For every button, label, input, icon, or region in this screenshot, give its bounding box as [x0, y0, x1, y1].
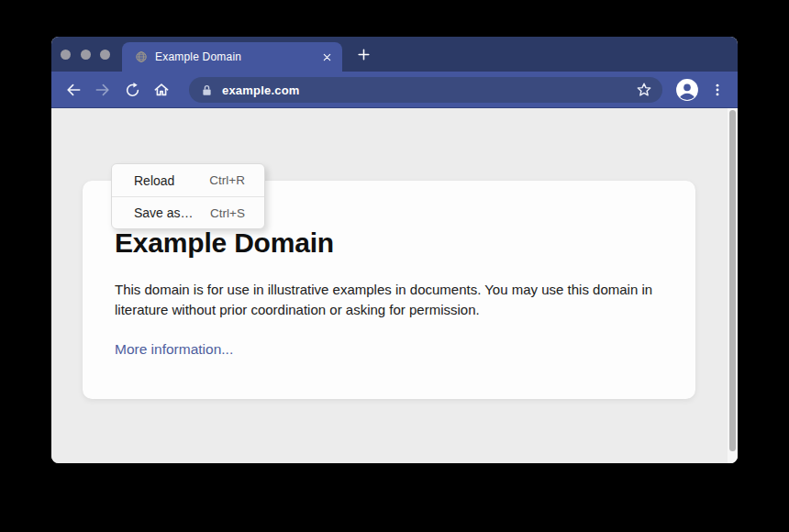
reload-button[interactable]	[121, 79, 143, 101]
browser-tab[interactable]: Example Domain	[122, 42, 342, 72]
reload-icon	[124, 82, 141, 99]
back-button[interactable]	[62, 79, 84, 101]
home-icon	[152, 81, 171, 99]
forward-button[interactable]	[92, 79, 114, 101]
page-body-text: This domain is for use in illustrative e…	[115, 280, 658, 320]
context-menu-item-save-as[interactable]: Save as… Ctrl+S	[112, 196, 264, 228]
bookmark-star-button[interactable]	[634, 80, 654, 100]
overflow-menu-button[interactable]	[708, 79, 727, 101]
context-menu-item-reload[interactable]: Reload Ctrl+R	[112, 164, 264, 196]
menu-item-shortcut: Ctrl+R	[209, 173, 245, 187]
menu-item-label: Save as…	[134, 205, 194, 220]
tab-title: Example Domain	[155, 50, 313, 63]
menu-item-shortcut: Ctrl+S	[210, 206, 245, 220]
globe-favicon-icon	[135, 50, 148, 63]
url-text: example.com	[222, 83, 300, 97]
titlebar: Example Domain	[51, 37, 738, 72]
screen: Example Domain	[0, 0, 789, 532]
forward-icon	[94, 81, 112, 99]
toolbar: example.com	[51, 72, 738, 108]
scrollbar-thumb[interactable]	[729, 110, 736, 451]
back-icon	[64, 81, 83, 99]
traffic-light-close[interactable]	[61, 50, 71, 60]
browser-window: Example Domain	[51, 37, 738, 463]
overflow-menu-icon	[709, 82, 726, 98]
page-content: Example Domain This domain is for use in…	[51, 108, 738, 463]
context-menu: Reload Ctrl+R Save as… Ctrl+S	[111, 163, 265, 229]
traffic-light-maximize[interactable]	[100, 50, 110, 60]
profile-icon	[675, 78, 699, 102]
scrollbar-track[interactable]	[728, 108, 738, 463]
address-bar[interactable]: example.com	[189, 77, 662, 103]
new-tab-icon	[356, 47, 372, 62]
close-tab-icon[interactable]	[318, 49, 335, 65]
more-information-link[interactable]: More information...	[115, 341, 233, 357]
traffic-light-minimize[interactable]	[81, 50, 91, 60]
home-button[interactable]	[150, 79, 172, 101]
new-tab-button[interactable]	[350, 41, 376, 67]
profile-button[interactable]	[675, 78, 699, 102]
lock-icon	[200, 83, 214, 97]
bookmark-star-icon	[634, 80, 654, 100]
page-title: Example Domain	[115, 227, 662, 259]
menu-item-label: Reload	[134, 173, 174, 188]
